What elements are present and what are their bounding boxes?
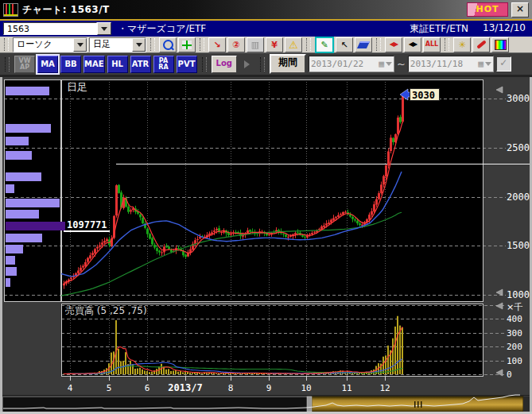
chart-canvas[interactable]: 300025002000150010004003002001000×千45620… bbox=[0, 77, 532, 414]
star-burst-icon: ✳ bbox=[458, 41, 465, 49]
indicator-hl-button[interactable]: HL bbox=[107, 56, 128, 73]
chart-type-combo[interactable]: ローソク bbox=[13, 37, 87, 52]
trendline-icon: ↘ bbox=[213, 41, 220, 49]
log-scale-button[interactable]: Log bbox=[212, 56, 237, 73]
svg-text:12: 12 bbox=[379, 383, 390, 393]
toolbar-grip[interactable] bbox=[5, 57, 10, 72]
date-from-field[interactable]: 2013/01/22 ▦ bbox=[309, 56, 394, 72]
expand-bars-icon[interactable]: ◀▶ bbox=[404, 37, 421, 52]
wrench-icon bbox=[476, 40, 487, 48]
star-burst-icon[interactable]: ✳ bbox=[453, 37, 471, 52]
chevron-down-icon bbox=[101, 27, 107, 31]
chart-tool-icon[interactable]: ▥ bbox=[247, 37, 264, 52]
toolbar-main: ローソク 日足 ↘②▥¥⚠✎↖◀▶◀▶ALL✳ bbox=[0, 37, 532, 53]
trendline-icon[interactable]: ↘ bbox=[208, 37, 226, 52]
navigator-grip-icon bbox=[421, 401, 422, 408]
eraser-icon[interactable] bbox=[355, 37, 372, 52]
toolbar-grip[interactable] bbox=[202, 57, 207, 72]
chevron-down-icon[interactable] bbox=[386, 62, 392, 66]
cursor-icon[interactable]: ↖ bbox=[336, 37, 353, 52]
title-bar[interactable]: チャート: 1563/T HOT × bbox=[0, 0, 532, 19]
svg-text:10: 10 bbox=[301, 383, 311, 393]
crosshair-grid-icon bbox=[182, 41, 192, 49]
indicator-para-button[interactable]: PA RA bbox=[153, 56, 174, 73]
svg-text:8: 8 bbox=[228, 383, 234, 393]
wrench-icon[interactable] bbox=[472, 37, 490, 52]
eraser-icon bbox=[357, 41, 370, 48]
toolbar-indicators: VW APMABBMAEHLATRPA RAPVT Log 期間 2013/01… bbox=[0, 53, 532, 77]
expand-bars-icon: ◀▶ bbox=[409, 41, 417, 48]
magnifier-icon bbox=[163, 40, 173, 50]
indicator-bb-button[interactable]: BB bbox=[60, 56, 81, 73]
navigator-left-handle[interactable] bbox=[307, 397, 312, 412]
svg-text:6: 6 bbox=[145, 383, 150, 393]
indicator-ma-button[interactable]: MA bbox=[37, 56, 58, 73]
symbol-input[interactable]: 1563 bbox=[3, 22, 97, 35]
volume-panel-title: 売買高 (5 ,25 ,75) bbox=[65, 305, 147, 316]
toolbar-grip[interactable] bbox=[260, 57, 265, 72]
chevron-down-icon[interactable] bbox=[485, 62, 491, 66]
calendar-icon[interactable]: ▦ bbox=[478, 59, 483, 69]
apply-period-checkbox[interactable]: ✓ bbox=[496, 56, 511, 72]
toolbar-grip[interactable] bbox=[306, 38, 311, 51]
toolbar-grip[interactable] bbox=[376, 38, 381, 51]
close-button[interactable]: × bbox=[511, 2, 529, 17]
number-2-icon: ② bbox=[232, 41, 239, 49]
toolbar-grip[interactable] bbox=[4, 38, 9, 51]
svg-text:4: 4 bbox=[68, 383, 73, 393]
toolbar-grip[interactable] bbox=[150, 38, 155, 51]
symbol-combo: 1563 bbox=[3, 22, 111, 35]
timeframe-value: 日足 bbox=[90, 38, 132, 52]
svg-text:5: 5 bbox=[107, 383, 112, 393]
toolbar-grip[interactable] bbox=[445, 38, 449, 51]
pencil-icon[interactable]: ✎ bbox=[315, 37, 334, 53]
period-button[interactable]: 期間 bbox=[270, 54, 306, 74]
crosshair-grid-icon[interactable] bbox=[178, 37, 196, 52]
max-volume-label: 1097771 bbox=[67, 219, 107, 230]
number-2-icon[interactable]: ② bbox=[227, 37, 245, 52]
symbol-dropdown-button[interactable] bbox=[97, 22, 111, 35]
timeframe-dropdown-button[interactable] bbox=[132, 38, 146, 52]
svg-text:1000: 1000 bbox=[507, 289, 530, 300]
chevron-down-icon bbox=[136, 43, 142, 47]
svg-text:2500: 2500 bbox=[507, 142, 530, 153]
svg-text:2013/7: 2013/7 bbox=[168, 382, 202, 393]
indicator-pvt-button[interactable]: PVT bbox=[177, 56, 197, 73]
date-from-value: 2013/01/22 bbox=[311, 59, 363, 69]
calendar-icon[interactable]: ▦ bbox=[379, 59, 384, 69]
max-volume-underline bbox=[64, 230, 110, 232]
chevron-down-icon bbox=[77, 43, 83, 47]
date-label: 13/12/10 bbox=[483, 22, 526, 36]
timeframe-combo[interactable]: 日足 bbox=[89, 37, 146, 52]
date-to-value: 2013/11/18 bbox=[410, 59, 463, 69]
indicator-atr-button[interactable]: ATR bbox=[130, 56, 151, 73]
magnifier-icon[interactable] bbox=[159, 37, 177, 52]
show-all-button[interactable]: ALL bbox=[423, 37, 441, 52]
indicator-vwap-button[interactable]: VW AP bbox=[14, 56, 35, 73]
svg-text:3000: 3000 bbox=[507, 93, 530, 104]
range-navigator[interactable] bbox=[0, 395, 532, 412]
svg-text:9: 9 bbox=[266, 383, 272, 393]
palette-icon[interactable] bbox=[491, 37, 509, 52]
panel-title: 日足 bbox=[67, 81, 87, 93]
svg-text:300: 300 bbox=[507, 328, 522, 339]
market-label: 東証ETF/ETN bbox=[410, 22, 468, 36]
yen-scale-icon[interactable]: ¥ bbox=[266, 37, 283, 52]
toolbar-grip[interactable] bbox=[200, 38, 204, 51]
navigator-grip-icon bbox=[417, 401, 419, 408]
svg-text:11: 11 bbox=[341, 383, 351, 393]
indicator-mae-button[interactable]: MAE bbox=[83, 56, 105, 73]
symbol-info-bar: 1563 ・マザーズコア/ETF 東証ETF/ETN 13/12/10 bbox=[0, 21, 532, 37]
svg-text:100: 100 bbox=[507, 356, 522, 366]
compress-bars-icon[interactable]: ◀▶ bbox=[385, 37, 402, 52]
cursor-icon: ↖ bbox=[340, 41, 348, 49]
chart-type-dropdown-button[interactable] bbox=[73, 38, 87, 52]
warning-icon[interactable]: ⚠ bbox=[285, 37, 302, 52]
chart-type-value: ローソク bbox=[14, 38, 73, 52]
step-forward-icon[interactable] bbox=[239, 57, 255, 72]
hot-badge[interactable]: HOT bbox=[467, 2, 508, 17]
palette-icon bbox=[495, 40, 507, 50]
date-to-field[interactable]: 2013/11/18 ▦ bbox=[408, 56, 494, 72]
current-price-tag[interactable]: 3030 bbox=[400, 89, 439, 101]
svg-text:2000: 2000 bbox=[507, 192, 530, 203]
